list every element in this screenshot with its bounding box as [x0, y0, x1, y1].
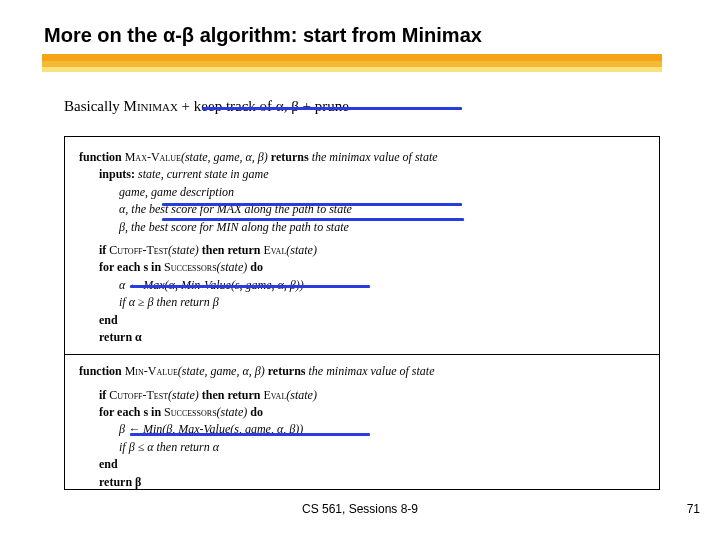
fn-cutoff: Cutoff-Test	[109, 243, 168, 257]
page-number: 71	[687, 502, 700, 516]
highlight-stroke	[162, 218, 464, 221]
basically-minimax: Minimax	[124, 98, 178, 114]
max-inputs-game: game, game description	[79, 184, 645, 201]
min-foreach: for each s in Successors(state) do	[79, 404, 645, 421]
algo-separator	[65, 354, 659, 355]
kw-return-alpha: return α	[99, 330, 142, 344]
title-dash: -	[175, 24, 182, 46]
max-signature: function Max-Value(state, game, α, β) re…	[79, 149, 645, 166]
min-ret-text: the minimax value of state	[309, 364, 435, 378]
kw-foreach: for each s in	[99, 405, 164, 419]
fn-successors: Successors	[164, 260, 216, 274]
max-inputs-beta: β, the best score for MIN along the path…	[79, 219, 645, 236]
kw-do: do	[250, 405, 263, 419]
kw-function: function	[79, 364, 125, 378]
kw-inputs: inputs:	[99, 167, 138, 181]
max-prune: if α ≥ β then return β	[79, 294, 645, 311]
max-return: return α	[79, 329, 645, 346]
max-end: end	[79, 312, 645, 329]
fn-min-value: Min-Value	[125, 364, 178, 378]
cutoff-arg: (state)	[168, 243, 202, 257]
succ-arg: (state)	[217, 260, 251, 274]
min-signature: function Min-Value(state, game, α, β) re…	[79, 363, 645, 380]
fn-max-value: Max-Value	[125, 150, 181, 164]
eval-arg: (state)	[286, 243, 317, 257]
title-pre: More on the	[44, 24, 163, 46]
highlight-stroke	[130, 285, 370, 288]
kw-returns: returns	[271, 150, 312, 164]
highlight-stroke	[202, 107, 462, 110]
title-underline	[42, 54, 662, 72]
title-alpha: α	[163, 24, 175, 46]
min-update: β ← Min(β, Max-Value(s, game, α, β))	[79, 421, 645, 438]
slide-title: More on the α-β algorithm: start from Mi…	[44, 24, 482, 47]
kw-foreach: for each s in	[99, 260, 164, 274]
min-cutoff: if Cutoff-Test(state) then return Eval(s…	[79, 387, 645, 404]
succ-arg: (state)	[217, 405, 251, 419]
highlight-stroke	[162, 203, 462, 206]
title-post: algorithm: start from Minimax	[194, 24, 482, 46]
title-beta: β	[182, 24, 194, 46]
fn-cutoff: Cutoff-Test	[109, 388, 168, 402]
max-args: (state, game, α, β)	[181, 150, 271, 164]
algorithm-box: function Max-Value(state, game, α, β) re…	[64, 136, 660, 490]
kw-returns: returns	[268, 364, 309, 378]
kw-do: do	[250, 260, 263, 274]
max-cutoff: if Cutoff-Test(state) then return Eval(s…	[79, 242, 645, 259]
eval-arg: (state)	[286, 388, 317, 402]
footer-text: CS 561, Sessions 8-9	[0, 502, 720, 516]
max-ret-text: the minimax value of state	[312, 150, 438, 164]
kw-return-beta: return β	[99, 475, 141, 489]
cutoff-arg: (state)	[168, 388, 202, 402]
min-args: (state, game, α, β)	[178, 364, 268, 378]
basically-tail: + keep track of α, β + prune	[178, 98, 349, 114]
kw-if: if	[99, 243, 109, 257]
fn-eval: Eval	[264, 388, 287, 402]
basically-lead: Basically	[64, 98, 124, 114]
slide: More on the α-β algorithm: start from Mi…	[0, 0, 720, 540]
kw-then-return: then return	[202, 243, 264, 257]
highlight-stroke	[130, 433, 370, 436]
kw-then-return: then return	[202, 388, 264, 402]
min-end: end	[79, 456, 645, 473]
kw-if: if	[99, 388, 109, 402]
fn-eval: Eval	[264, 243, 287, 257]
fn-successors: Successors	[164, 405, 216, 419]
input-state: state, current state in game	[138, 167, 269, 181]
min-return: return β	[79, 474, 645, 491]
min-prune: if β ≤ α then return α	[79, 439, 645, 456]
max-foreach: for each s in Successors(state) do	[79, 259, 645, 276]
kw-function: function	[79, 150, 125, 164]
max-inputs-state: inputs: state, current state in game	[79, 166, 645, 183]
